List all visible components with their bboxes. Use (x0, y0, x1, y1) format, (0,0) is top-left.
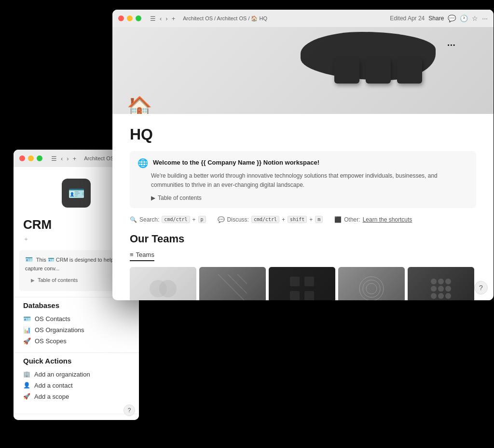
crm-page-icon: 🪪 (62, 179, 91, 208)
toc-section[interactable]: ▶ Table of contents (137, 195, 468, 201)
hq-minimize-button[interactable] (127, 15, 133, 21)
team-card-1[interactable] (130, 267, 196, 300)
search-shortcut-key2: p (198, 216, 206, 223)
edited-label: Edited Apr 24 (390, 15, 425, 22)
more-options-icon[interactable]: ··· (482, 14, 488, 22)
qa-add-org-label: Add an organization (34, 371, 90, 378)
teams-tab[interactable]: ≡ Teams (130, 251, 154, 261)
organizations-icon: 📊 (23, 326, 31, 334)
teams-tab-bar: ≡ Teams (130, 251, 476, 261)
db-scopes-label: OS Scopes (35, 337, 67, 345)
team-card-5[interactable] (408, 267, 474, 300)
hq-nav-menu-icon[interactable]: ☰ (149, 15, 157, 22)
qa-add-contact[interactable]: 👤 Add a contact (23, 380, 129, 391)
favorite-icon[interactable]: ☆ (472, 14, 478, 22)
nav-add-icon[interactable]: + (72, 155, 78, 162)
svg-line-4 (237, 274, 247, 284)
db-item-organizations[interactable]: 📊 OS Organizations (14, 324, 139, 336)
hq-maximize-button[interactable] (136, 15, 141, 21)
svg-point-10 (363, 280, 380, 297)
search-shortcut-label: Search: (139, 216, 159, 223)
hero-splash: ··· (301, 32, 445, 109)
svg-point-14 (445, 279, 451, 284)
comment-icon[interactable]: 💬 (448, 14, 456, 22)
nav-forward-icon[interactable]: › (66, 155, 69, 162)
globe-icon: 🌐 (137, 158, 148, 168)
hero-dots: ··· (447, 37, 455, 52)
teams-tab-label: Teams (136, 251, 154, 258)
databases-heading: Databases (14, 301, 139, 313)
hero-block-3 (397, 58, 422, 84)
quick-actions-heading: Quick Actions (23, 357, 129, 369)
toc-arrow-icon: ▶ (31, 277, 35, 284)
hq-nav-forward-icon[interactable]: › (165, 15, 168, 22)
hq-titlebar: ☰ ‹ › + Architect OS / Architect OS / 🏠 … (112, 10, 494, 27)
hq-breadcrumb: Architect OS / Architect OS / 🏠 HQ (183, 15, 267, 22)
hq-nav-add-icon[interactable]: + (171, 15, 177, 22)
qa-add-scope[interactable]: 🚀 Add a scope (23, 391, 129, 402)
team-card-4-art (338, 267, 405, 300)
svg-point-18 (431, 293, 437, 299)
other-shortcut-icon: ⬛ (334, 216, 342, 223)
latest-leads-heading: Latest Leads (14, 418, 139, 420)
hq-titlebar-right: Edited Apr 24 Share 💬 🕐 ☆ ··· (390, 14, 488, 22)
window-controls (19, 155, 42, 161)
hq-close-button[interactable] (118, 15, 124, 21)
add-contact-icon: 👤 (23, 382, 30, 389)
svg-line-2 (218, 274, 247, 300)
history-icon[interactable]: 🕐 (460, 14, 468, 22)
db-item-scopes[interactable]: 🚀 OS Scopes (14, 336, 139, 347)
search-shortcut: 🔍 Search: cmd/ctrl + p (130, 216, 206, 223)
divider-2 (14, 352, 139, 353)
hq-hero-banner: ··· 🏠 (112, 27, 494, 114)
maximize-button[interactable] (37, 155, 42, 161)
crm-desc-icon: 🪪 (25, 256, 33, 263)
hq-nav-back-icon[interactable]: ‹ (159, 15, 163, 22)
discuss-key1: cmd/ctrl (251, 216, 279, 223)
team-card-2[interactable] (199, 267, 266, 300)
svg-point-12 (431, 279, 437, 284)
close-button[interactable] (19, 155, 25, 161)
db-organizations-label: OS Organizations (35, 326, 84, 334)
toc-icon: ▶ (151, 195, 155, 201)
minimize-button[interactable] (28, 155, 34, 161)
divider-3 (14, 414, 139, 414)
nav-back-icon[interactable]: ‹ (60, 155, 64, 162)
discuss-key3: m (315, 216, 323, 223)
svg-rect-7 (290, 291, 300, 300)
add-org-icon: 🏢 (23, 371, 30, 378)
welcome-header: 🌐 Welcome to the {{ Company Name }} Noti… (137, 158, 468, 168)
hq-page-title: HQ (130, 126, 476, 143)
qa-add-contact-label: Add a contact (34, 382, 73, 389)
hq-help-icon: ? (479, 284, 483, 292)
teams-grid (130, 267, 476, 300)
share-button[interactable]: Share (428, 15, 444, 22)
add-scope-icon: 🚀 (23, 393, 30, 400)
qa-add-organization[interactable]: 🏢 Add an organization (23, 369, 129, 380)
help-button[interactable]: ? (124, 405, 135, 416)
hq-help-button[interactable]: ? (474, 281, 488, 294)
discuss-shortcut: 💬 Discuss: cmd/ctrl + shift + m (218, 216, 323, 223)
team-card-4[interactable] (338, 267, 405, 300)
db-item-contacts[interactable]: 🪪 OS Contacts (14, 313, 139, 324)
nav-menu-icon[interactable]: ☰ (50, 155, 58, 162)
svg-point-16 (438, 286, 444, 292)
teams-tab-icon: ≡ (130, 251, 134, 258)
other-shortcut-label: Other: (344, 216, 360, 223)
crm-toc-label: Table of contents (38, 276, 78, 284)
discuss-shortcut-icon: 💬 (218, 216, 225, 223)
toc-label: Table of contents (158, 195, 202, 201)
learn-shortcuts-link[interactable]: Learn the shortcuts (363, 216, 412, 223)
search-shortcut-icon: 🔍 (130, 216, 137, 223)
hq-window: ☰ ‹ › + Architect OS / Architect OS / 🏠 … (112, 10, 494, 300)
svg-point-1 (159, 280, 177, 297)
scopes-icon: 🚀 (23, 337, 31, 345)
team-card-1-art (130, 267, 196, 300)
search-shortcut-key1: cmd/ctrl (162, 216, 190, 223)
svg-rect-6 (304, 277, 314, 286)
svg-point-15 (431, 286, 437, 292)
team-card-2-art (199, 267, 266, 300)
team-card-3-art (269, 267, 335, 300)
crm-desc-text: This 🪪 CRM is designed to help you captu… (25, 257, 124, 271)
team-card-3[interactable] (269, 267, 335, 300)
